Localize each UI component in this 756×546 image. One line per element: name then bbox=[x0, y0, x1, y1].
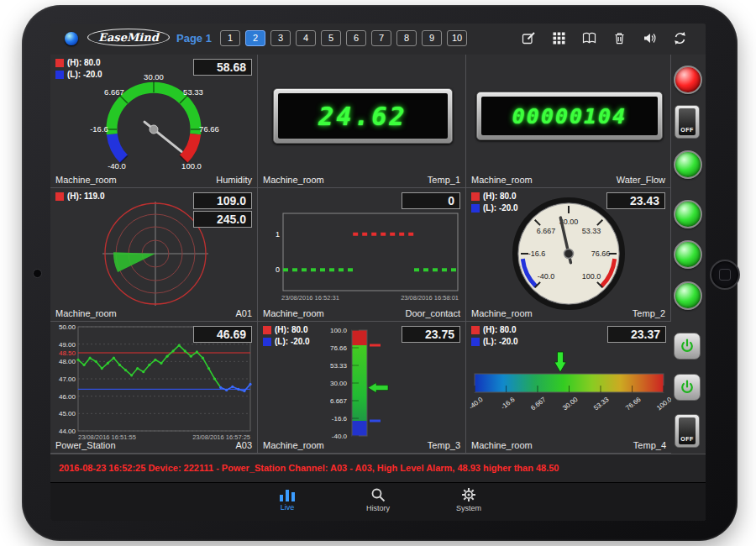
compose-icon[interactable] bbox=[522, 31, 536, 45]
y-tick: 46.00 bbox=[50, 393, 76, 401]
value-pointer bbox=[368, 383, 388, 393]
status-lamp-3[interactable] bbox=[674, 240, 702, 269]
svg-text:6.667: 6.667 bbox=[104, 87, 124, 97]
value-display: 58.68 bbox=[193, 59, 252, 76]
high-limit-swatch bbox=[471, 326, 480, 334]
bottom-nav: Live History System bbox=[50, 482, 706, 521]
toggle-switch-2[interactable]: OFF bbox=[675, 414, 700, 448]
svg-text:76.66: 76.66 bbox=[591, 249, 611, 258]
nav-label: System bbox=[456, 504, 481, 512]
page-button-6[interactable]: 6 bbox=[346, 30, 366, 46]
svg-text:0: 0 bbox=[276, 265, 280, 274]
power-button-1[interactable] bbox=[674, 333, 701, 360]
led-value: 00000104 bbox=[512, 104, 627, 129]
panel-location: Machine_room bbox=[263, 440, 324, 450]
scale-tick: 53.33 bbox=[308, 362, 347, 370]
panel-channel: A03 bbox=[235, 440, 252, 450]
page-button-9[interactable]: 9 bbox=[422, 30, 442, 46]
y-tick: 49.00 bbox=[50, 341, 76, 349]
nav-system[interactable]: System bbox=[446, 487, 491, 521]
value-display: 23.43 bbox=[606, 192, 665, 209]
scale-tick: 100.0 bbox=[308, 327, 347, 334]
page-button-7[interactable]: 7 bbox=[371, 30, 391, 46]
panel-a01: (H): 119.0 109.0 245.0 Machine_room A01 bbox=[50, 188, 258, 322]
scale-tick: 76.66 bbox=[308, 344, 347, 352]
page-button-4[interactable]: 4 bbox=[296, 30, 316, 46]
value-display-2: 245.0 bbox=[193, 211, 252, 228]
power-icon bbox=[679, 379, 696, 396]
low-limit-swatch bbox=[471, 338, 480, 346]
page-button-5[interactable]: 5 bbox=[321, 30, 341, 46]
led-value: 24.62 bbox=[318, 102, 407, 131]
panel-temp4: (H): 80.0 (L): -20.0 23.37 bbox=[466, 322, 671, 454]
volume-icon[interactable] bbox=[643, 31, 657, 45]
humidity-gauge: -40.0 -16.6 6.667 30.00 53.33 76.66 100.… bbox=[57, 66, 250, 177]
svg-text:53.33: 53.33 bbox=[582, 227, 601, 235]
brand-logo: EaseMind bbox=[87, 29, 170, 46]
y-tick: 44.00 bbox=[50, 428, 76, 435]
scale-tick: 30.00 bbox=[308, 380, 347, 387]
panel-water-flow: 00000104 Machine_room Water_Flow bbox=[466, 55, 671, 188]
y-tick: 45.00 bbox=[50, 410, 76, 417]
ipad-frame: EaseMind Page 1 1 2 3 4 5 6 7 8 9 10 bbox=[22, 5, 738, 541]
nav-history[interactable]: History bbox=[355, 487, 401, 521]
toggle-switch-1[interactable]: OFF bbox=[675, 105, 700, 139]
radar-wedge bbox=[113, 252, 155, 272]
book-icon[interactable] bbox=[582, 31, 596, 45]
svg-text:53.33: 53.33 bbox=[183, 87, 203, 97]
led-counter: 00000104 bbox=[476, 92, 663, 140]
gear-icon bbox=[461, 487, 476, 502]
y-tick: 50.00 bbox=[50, 323, 76, 331]
status-lamp-2[interactable] bbox=[674, 200, 702, 228]
connection-indicator bbox=[65, 32, 78, 45]
power-button-2[interactable] bbox=[674, 374, 701, 401]
gauge-needle bbox=[144, 122, 181, 151]
svg-text:-40.0: -40.0 bbox=[538, 272, 555, 281]
svg-text:100.0: 100.0 bbox=[582, 272, 601, 281]
high-limit-swatch bbox=[55, 192, 64, 201]
nav-live[interactable]: Live bbox=[265, 487, 310, 521]
panel-channel: Temp_2 bbox=[633, 308, 665, 318]
panel-location: Machine_room bbox=[55, 308, 117, 318]
nav-label: History bbox=[366, 504, 390, 512]
svg-text:-16.6: -16.6 bbox=[528, 249, 546, 258]
scale-tick: -16.6 bbox=[308, 415, 347, 423]
status-lamp-1[interactable] bbox=[674, 150, 702, 179]
panel-location: Power_Station bbox=[55, 440, 116, 450]
value-display: 23.75 bbox=[402, 326, 460, 343]
high-limit-label: (H): 80.0 bbox=[483, 325, 516, 334]
page-button-10[interactable]: 10 bbox=[447, 30, 467, 46]
trash-icon[interactable] bbox=[612, 31, 627, 45]
panel-location: Machine_room bbox=[471, 440, 533, 450]
low-limit-label: (L): -20.0 bbox=[67, 70, 102, 79]
high-limit-swatch bbox=[55, 59, 64, 67]
panel-channel: Temp_4 bbox=[633, 440, 666, 450]
y-tick: 48.00 bbox=[50, 358, 76, 365]
page-button-3[interactable]: 3 bbox=[270, 30, 291, 46]
high-limit-label: (H): 80.0 bbox=[275, 325, 307, 334]
panel-channel: A01 bbox=[235, 308, 252, 318]
svg-text:1: 1 bbox=[276, 230, 280, 239]
alarm-lamp-red[interactable] bbox=[674, 66, 702, 94]
refresh-icon[interactable] bbox=[673, 31, 687, 45]
app-screen: EaseMind Page 1 1 2 3 4 5 6 7 8 9 10 bbox=[50, 24, 706, 521]
value-display: 46.69 bbox=[193, 326, 252, 343]
svg-text:-40.0: -40.0 bbox=[108, 161, 126, 171]
alarm-message: 2016-08-23 16:52:25 Device: 222111 - Pow… bbox=[50, 454, 706, 482]
front-camera bbox=[33, 269, 42, 278]
page-button-8[interactable]: 8 bbox=[396, 30, 417, 46]
page-button-2[interactable]: 2 bbox=[245, 30, 265, 46]
home-button[interactable] bbox=[710, 260, 740, 290]
panel-humidity: (H): 80.0 (L): -20.0 58.68 -40.0 -16.6 6… bbox=[50, 55, 258, 188]
status-lamp-4[interactable] bbox=[674, 281, 702, 310]
panel-door-contact: 0 1 0 23/08/2016 16:52:31 23/08/2016 16:… bbox=[258, 188, 466, 322]
y-tick-alarm: 48.50 bbox=[50, 349, 76, 357]
low-limit-swatch bbox=[263, 338, 271, 346]
y-tick: 47.00 bbox=[50, 375, 76, 383]
page-button-1[interactable]: 1 bbox=[220, 30, 240, 46]
brand-text: EaseMind bbox=[98, 31, 159, 44]
panel-channel: Temp_1 bbox=[428, 175, 460, 185]
x-axis-end: 23/08/2016 16:58:01 bbox=[401, 294, 459, 302]
keypad-icon[interactable] bbox=[552, 31, 566, 45]
nav-label: Live bbox=[281, 503, 295, 512]
